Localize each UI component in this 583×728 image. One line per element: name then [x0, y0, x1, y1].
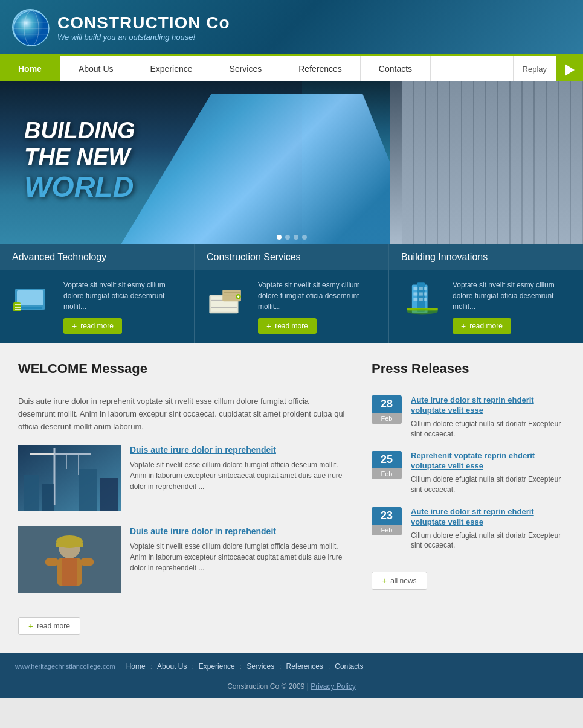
hero-dot-3[interactable]	[294, 235, 298, 240]
footer-link-home[interactable]: Home	[126, 662, 146, 671]
article-2-image	[18, 526, 121, 593]
press-title-1[interactable]: Aute irure dolor sit reprin ehderit volu…	[411, 395, 565, 416]
welcome-read-more-btn[interactable]: + read more	[18, 617, 80, 635]
company-tagline: We will build you an outstanding house!	[57, 33, 230, 42]
feature-3-content: Voptate sit nvelit sit esmy cillum dolor…	[453, 279, 571, 334]
feature-1-icon	[12, 279, 54, 316]
article-2-title[interactable]: Duis aute irure dolor in reprehendeit	[130, 526, 347, 536]
svg-rect-45	[100, 478, 118, 511]
press-section: Press Releases 28 Feb Aute irure dolor s…	[372, 361, 565, 635]
press-text-1: Cillum dolore efugiat nulla sit doriatr …	[411, 419, 565, 439]
feature-2-btn-label: read more	[275, 322, 308, 330]
press-day-1: 28	[372, 395, 402, 413]
article-2: Duis aute irure dolor in reprehendeit Vo…	[18, 526, 347, 593]
svg-rect-33	[424, 298, 427, 301]
feature-1-title: Advanced Technology	[0, 244, 194, 270]
nav-services[interactable]: Services	[211, 56, 281, 81]
svg-rect-25	[413, 287, 417, 290]
article-2-worker-img	[18, 526, 121, 593]
replay-button[interactable]: Replay	[513, 56, 556, 81]
play-button[interactable]	[556, 56, 583, 83]
press-date-1: 28 Feb	[372, 395, 402, 424]
svg-rect-32	[419, 298, 423, 301]
welcome-read-more-label: read more	[37, 622, 70, 630]
welcome-section: WELCOME Message Duis aute irure dolor in…	[18, 361, 347, 635]
logo-globe-icon	[12, 9, 48, 45]
feature-3-read-more[interactable]: + read more	[453, 318, 511, 334]
feature-3-btn-label: read more	[469, 322, 503, 330]
nav-home[interactable]: Home	[0, 56, 60, 81]
svg-rect-27	[424, 287, 427, 290]
footer-link-references[interactable]: References	[286, 662, 323, 671]
feature-2-content: Voptate sit nvelit sit esmy cillum dolor…	[258, 279, 376, 334]
hero-line1: BUILDING	[24, 118, 135, 144]
press-day-3: 23	[372, 507, 402, 525]
press-month-1: Feb	[372, 413, 402, 424]
press-title-3[interactable]: Aute irure dolor sit reprin ehderit volu…	[411, 507, 565, 528]
feature-1-content: Voptate sit nvelit sit esmy cillum dolor…	[63, 279, 182, 334]
hero-line3: WORLD	[24, 170, 135, 203]
press-item-2: 25 Feb Reprehenit voptate reprin ehderit…	[372, 451, 565, 494]
nav-contacts[interactable]: Contacts	[361, 56, 431, 81]
feature-3-icon	[401, 279, 443, 316]
press-body-2: Reprehenit voptate reprin ehderit volupt…	[411, 451, 565, 494]
press-text-3: Cillum dolore efugiat nulla sit doriatr …	[411, 531, 565, 551]
article-1-body: Duis aute irure dolor in reprehendeit Vo…	[130, 445, 347, 511]
feature-2-icon	[207, 279, 249, 316]
footer-link-experience[interactable]: Experience	[199, 662, 235, 671]
press-date-2: 25 Feb	[372, 451, 402, 479]
press-title-2[interactable]: Reprehenit voptate reprin ehderit volupt…	[411, 451, 565, 471]
feature-construction-services: Construction Services Vopta	[195, 244, 389, 343]
feature-3-title: Building Innovations	[389, 244, 583, 270]
logo-text: CONSTRUCTION Co We will build you an out…	[57, 13, 230, 42]
press-month-3: Feb	[372, 525, 402, 535]
svg-point-35	[407, 309, 437, 315]
svg-rect-43	[42, 484, 54, 511]
article-2-text: Voptate sit nvelit esse cillum dolore fu…	[130, 541, 347, 573]
footer-link-services[interactable]: Services	[246, 662, 274, 671]
footer-privacy-policy[interactable]: Privacy Policy	[311, 682, 356, 691]
hero-text: BUILDING THE NEW WORLD	[24, 118, 135, 203]
svg-rect-44	[79, 469, 97, 511]
play-icon	[565, 64, 575, 76]
hero-dots	[277, 235, 307, 240]
footer-copyright: Construction Co © 2009	[227, 682, 304, 691]
feature-1-btn-label: read more	[80, 322, 114, 330]
footer-link-about[interactable]: About Us	[157, 662, 187, 671]
article-1-title[interactable]: Duis aute irure dolor in reprehendeit	[130, 445, 347, 455]
press-body-1: Aute irure dolor sit reprin ehderit volu…	[411, 395, 565, 439]
svg-rect-6	[17, 290, 43, 305]
header: CONSTRUCTION Co We will build you an out…	[0, 0, 583, 54]
nav-about[interactable]: About Us	[60, 56, 132, 81]
feature-1-text: Voptate sit nvelit sit esmy cillum dolor…	[63, 279, 182, 312]
svg-rect-42	[24, 475, 39, 511]
svg-rect-54	[18, 526, 121, 593]
hero-dot-2[interactable]	[285, 235, 290, 240]
hero-dot-4[interactable]	[302, 235, 307, 240]
press-day-2: 25	[372, 451, 402, 468]
footer: www.heritagechristiancollege.com Home : …	[0, 653, 583, 698]
company-name: CONSTRUCTION Co	[57, 13, 230, 33]
press-title: Press Releases	[372, 361, 565, 383]
main-nav: Home About Us Experience Services Refere…	[0, 54, 583, 81]
welcome-title: WELCOME Message	[18, 361, 347, 383]
footer-link-contacts[interactable]: Contacts	[335, 662, 363, 671]
hero-right-building-panels	[402, 81, 583, 244]
welcome-intro: Duis aute irure dolor in reprehenit vopt…	[18, 395, 347, 433]
press-text-2: Cillum dolore efugiat nulla sit doriatr …	[411, 474, 565, 495]
all-news-btn[interactable]: + all news	[372, 572, 427, 590]
nav-references[interactable]: References	[280, 56, 361, 81]
feature-building-innovations: Building Innovations	[389, 244, 583, 343]
svg-rect-30	[424, 292, 427, 295]
nav-experience[interactable]: Experience	[132, 56, 211, 81]
footer-nav: www.heritagechristiancollege.com Home : …	[15, 662, 568, 677]
article-1-construction-img	[18, 445, 121, 511]
feature-1-read-more[interactable]: + read more	[63, 318, 122, 334]
svg-rect-24	[417, 282, 425, 312]
hero-line2: THE NEW	[24, 144, 135, 171]
feature-3-text: Voptate sit nvelit sit esmy cillum dolor…	[453, 279, 571, 312]
hero-dot-1[interactable]	[277, 235, 282, 240]
feature-2-read-more[interactable]: + read more	[258, 318, 317, 334]
press-body-3: Aute irure dolor sit reprin ehderit volu…	[411, 507, 565, 551]
press-month-2: Feb	[372, 468, 402, 479]
